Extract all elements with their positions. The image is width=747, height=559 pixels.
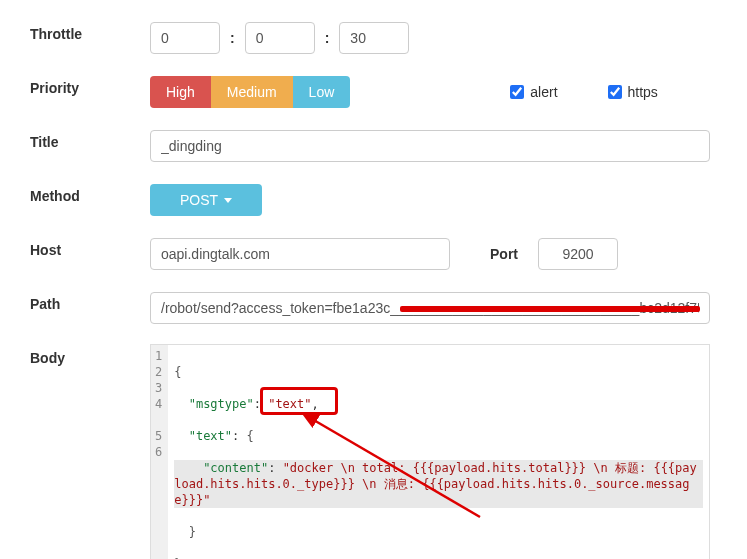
priority-label: Priority: [30, 74, 150, 96]
throttle-minutes[interactable]: [245, 22, 315, 54]
method-content: POST: [150, 184, 717, 216]
alert-checkbox-label: alert: [530, 84, 557, 100]
host-row: Host Port: [30, 236, 717, 272]
title-row: Title: [30, 128, 717, 164]
https-checkbox[interactable]: [608, 85, 622, 99]
throttle-row: Throttle : :: [30, 20, 717, 56]
title-label: Title: [30, 128, 150, 150]
alert-checkbox[interactable]: [510, 85, 524, 99]
method-value: POST: [180, 192, 218, 208]
body-code[interactable]: { "msgtype": "text", "text": { "content"…: [168, 345, 709, 559]
caret-down-icon: [224, 198, 232, 203]
host-label: Host: [30, 236, 150, 258]
priority-high-button[interactable]: High: [150, 76, 211, 108]
body-label: Body: [30, 344, 150, 366]
alert-checkbox-wrap[interactable]: alert: [510, 84, 557, 100]
method-label: Method: [30, 182, 150, 204]
colon-2: :: [325, 30, 330, 46]
body-wrap: 1234 56 { "msgtype": "text", "text": { "…: [150, 344, 710, 559]
host-content: Port: [150, 238, 717, 270]
port-input[interactable]: [538, 238, 618, 270]
body-gutter: 1234 56: [151, 345, 168, 559]
host-input[interactable]: [150, 238, 450, 270]
priority-content: High Medium Low alert https: [150, 76, 717, 108]
https-checkbox-wrap[interactable]: https: [608, 84, 658, 100]
body-content: 1234 56 { "msgtype": "text", "text": { "…: [150, 344, 717, 559]
throttle-content: : :: [150, 22, 717, 54]
throttle-label: Throttle: [30, 20, 150, 42]
path-wrapper: [150, 292, 710, 324]
throttle-hours[interactable]: [150, 22, 220, 54]
throttle-seconds[interactable]: [339, 22, 409, 54]
port-label: Port: [490, 246, 518, 262]
priority-button-group: High Medium Low: [150, 76, 350, 108]
colon-1: :: [230, 30, 235, 46]
method-row: Method POST: [30, 182, 717, 218]
body-editor[interactable]: 1234 56 { "msgtype": "text", "text": { "…: [150, 344, 710, 559]
method-dropdown[interactable]: POST: [150, 184, 262, 216]
body-row: Body 1234 56 { "msgtype": "text", "text"…: [30, 344, 717, 559]
path-row: Path: [30, 290, 717, 326]
path-label: Path: [30, 290, 150, 312]
priority-low-button[interactable]: Low: [293, 76, 351, 108]
priority-medium-button[interactable]: Medium: [211, 76, 293, 108]
title-input[interactable]: [150, 130, 710, 162]
redaction-mark: [400, 306, 700, 312]
https-checkbox-label: https: [628, 84, 658, 100]
title-content: [150, 130, 717, 162]
priority-row: Priority High Medium Low alert https: [30, 74, 717, 110]
path-content: [150, 292, 717, 324]
